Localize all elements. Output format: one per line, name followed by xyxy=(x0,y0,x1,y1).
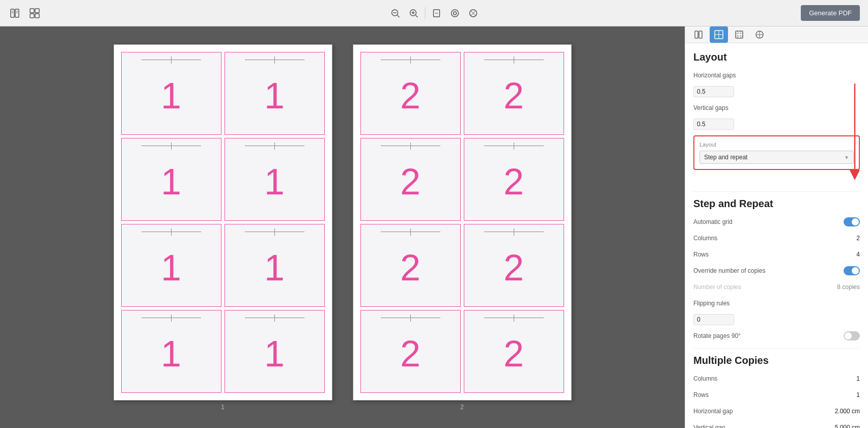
card-1-3: 1 xyxy=(121,138,221,221)
card-number: 2 xyxy=(503,249,524,286)
card-2-2: 2 xyxy=(464,52,564,135)
toolbar-left xyxy=(8,6,42,20)
horizontal-gap-input[interactable] xyxy=(693,86,734,97)
card-marks xyxy=(464,55,564,65)
override-copies-label: Override number of copies xyxy=(693,267,765,274)
flipping-rules-value-row xyxy=(693,313,860,326)
card-number: 1 xyxy=(161,77,181,114)
card-number: 2 xyxy=(400,163,421,200)
card-2-8: 2 xyxy=(464,310,564,393)
card-2-7: 2 xyxy=(360,310,461,393)
layout-dropdown[interactable]: Step and repeat ▼ xyxy=(699,151,854,164)
override-copies-toggle[interactable] xyxy=(844,266,860,275)
vertical-gap-label: Vertical gaps xyxy=(693,104,729,111)
divider-1 xyxy=(693,191,860,192)
card-marks xyxy=(225,227,324,237)
tab-marks[interactable] xyxy=(750,26,769,43)
toolbar: Generate PDF xyxy=(0,0,868,26)
layout-dropdown-label: Layout xyxy=(699,141,854,148)
layout-dropdown-box: Layout Step and repeat ▼ xyxy=(693,135,860,170)
rotate-pages-toggle[interactable] xyxy=(844,331,860,340)
zoom-in-icon[interactable] xyxy=(406,6,421,20)
page-2-wrapper: 2 2 2 2 2 2 2 2 2 xyxy=(353,44,572,411)
card-number: 1 xyxy=(161,335,181,372)
card-number: 1 xyxy=(264,163,285,200)
generate-pdf-button[interactable]: Generate PDF xyxy=(801,5,860,21)
card-1-1: 1 xyxy=(121,52,221,135)
card-1-8: 1 xyxy=(225,310,325,393)
rotate-pages-label: Rotate pages 90° xyxy=(693,332,741,339)
card-number: 2 xyxy=(503,335,524,372)
automatic-grid-row: Automatic grid xyxy=(693,216,860,228)
columns-row: Columns 2 xyxy=(693,232,860,244)
flipping-rules-input[interactable] xyxy=(693,314,734,325)
automatic-grid-toggle[interactable] xyxy=(844,217,860,226)
horizontal-gap-row: Horizontal gaps xyxy=(693,69,860,81)
right-panel: Layout Horizontal gaps Vertical gaps Lay… xyxy=(685,26,868,428)
num-copies-value: 8 copies xyxy=(837,283,860,291)
card-marks xyxy=(361,55,460,65)
mc-vgap-row: Vertical gap 5.000 cm xyxy=(693,421,860,428)
card-marks xyxy=(122,227,221,237)
columns-value: 2 xyxy=(856,235,860,242)
override-copies-row: Override number of copies xyxy=(693,265,860,277)
svg-rect-24 xyxy=(695,31,698,38)
card-number: 1 xyxy=(161,163,181,200)
fit-width-icon[interactable] xyxy=(447,6,462,20)
svg-rect-7 xyxy=(35,9,39,13)
card-marks xyxy=(122,141,221,151)
card-1-6: 1 xyxy=(225,224,325,307)
toolbar-center xyxy=(388,6,480,20)
svg-rect-25 xyxy=(699,31,702,38)
svg-rect-6 xyxy=(30,9,34,13)
page-1: 1 1 1 1 1 1 1 1 xyxy=(114,44,332,401)
vertical-gap-row: Vertical gaps xyxy=(693,102,860,114)
tab-layout[interactable] xyxy=(710,26,728,43)
fit-page-icon[interactable] xyxy=(429,6,443,20)
vertical-gap-input[interactable] xyxy=(693,119,734,130)
columns-label: Columns xyxy=(693,235,717,242)
actual-size-icon[interactable] xyxy=(466,6,480,20)
card-number: 2 xyxy=(503,163,524,200)
layout-section-title: Layout xyxy=(693,51,860,63)
card-2-6: 2 xyxy=(464,224,564,307)
card-marks xyxy=(361,227,460,237)
layout-dropdown-value: Step and repeat xyxy=(704,154,747,161)
card-number: 2 xyxy=(503,77,524,114)
card-number: 2 xyxy=(400,77,421,114)
card-marks xyxy=(361,141,460,151)
mc-rows-row: Rows 1 xyxy=(693,389,860,401)
rotate-pages-row: Rotate pages 90° xyxy=(693,330,860,342)
thumbnails-icon[interactable] xyxy=(27,6,42,20)
card-marks xyxy=(464,313,564,323)
mc-rows-value: 1 xyxy=(856,391,860,398)
zoom-out-icon[interactable] xyxy=(388,6,402,20)
card-1-7: 1 xyxy=(121,310,221,393)
card-number: 1 xyxy=(161,249,181,286)
mc-hgap-row: Horizontal gap 2.000 cm xyxy=(693,405,860,417)
card-marks xyxy=(361,313,460,323)
page-1-wrapper: 1 1 1 1 1 1 1 1 1 xyxy=(114,44,332,411)
automatic-grid-label: Automatic grid xyxy=(693,218,733,225)
card-marks xyxy=(122,313,221,323)
toolbar-right: Generate PDF xyxy=(801,5,860,21)
flipping-rules-label: Flipping rules xyxy=(693,300,730,307)
pages-icon[interactable] xyxy=(8,6,22,20)
tab-pages[interactable] xyxy=(689,26,708,43)
mc-rows-label: Rows xyxy=(693,391,709,398)
card-1-5: 1 xyxy=(121,224,221,307)
flipping-rules-row: Flipping rules xyxy=(693,297,860,309)
card-number: 2 xyxy=(400,335,421,372)
panel-content: Layout Horizontal gaps Vertical gaps Lay… xyxy=(685,43,868,428)
card-marks xyxy=(464,141,564,151)
mc-hgap-label: Horizontal gap xyxy=(693,408,733,415)
mc-vgap-label: Vertical gap xyxy=(693,424,725,428)
num-copies-label: Number of copies xyxy=(693,283,741,291)
vertical-gap-value-row xyxy=(693,118,860,130)
svg-rect-0 xyxy=(11,9,14,17)
tab-trim[interactable] xyxy=(730,26,748,43)
card-number: 1 xyxy=(264,249,285,286)
canvas-area: 1 1 1 1 1 1 1 1 1 2 2 2 2 2 2 2 2 xyxy=(0,26,685,428)
num-copies-row: Number of copies 8 copies xyxy=(693,281,860,293)
multiple-copies-title: Multiple Copies xyxy=(693,355,860,366)
